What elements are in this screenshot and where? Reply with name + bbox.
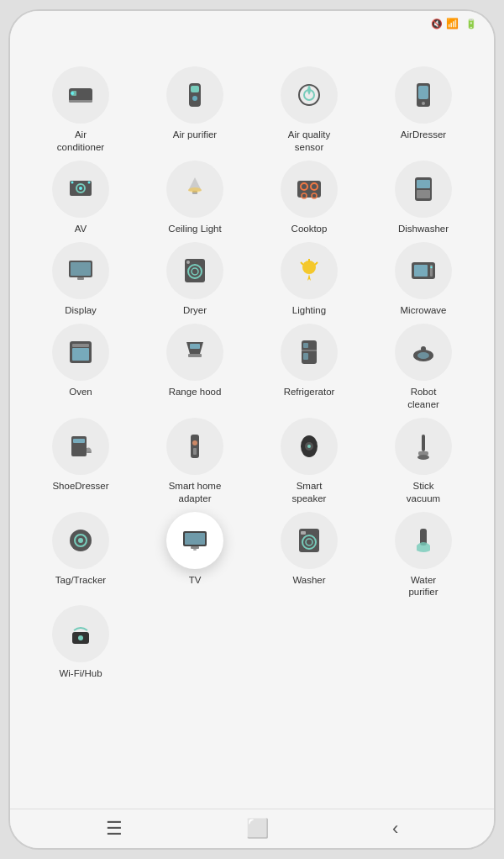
label-airdresser: AirDresser <box>401 129 446 141</box>
mute-icon: 🔇 <box>431 18 443 29</box>
item-lighting[interactable]: Lighting <box>254 242 365 317</box>
label-ceiling-light: Ceiling Light <box>168 223 221 235</box>
phone-container: 🔇 📶 🔋 Air conditionerAir purifierAir qua… <box>8 9 496 850</box>
label-smart-speaker: Smart speaker <box>292 480 327 505</box>
icon-washer <box>281 512 338 569</box>
svg-rect-29 <box>77 277 84 280</box>
item-water-purifier[interactable]: Water purifier <box>368 512 479 599</box>
svg-point-53 <box>421 346 426 351</box>
svg-rect-49 <box>303 343 308 348</box>
icon-wifi-hub <box>52 605 109 662</box>
svg-rect-56 <box>87 451 92 453</box>
svg-rect-25 <box>417 180 430 188</box>
item-tv[interactable]: TV <box>139 512 250 599</box>
svg-point-62 <box>307 445 311 448</box>
icon-air-conditioner <box>52 66 109 124</box>
icon-robot-cleaner <box>395 324 452 381</box>
item-refrigerator[interactable]: Refrigerator <box>254 324 365 411</box>
item-dryer[interactable]: Dryer <box>139 242 250 317</box>
item-smart-speaker[interactable]: Smart speaker <box>254 418 365 505</box>
svg-rect-26 <box>417 190 430 198</box>
item-display[interactable]: Display <box>25 242 136 317</box>
icon-air-purifier <box>166 66 223 124</box>
item-ceiling-light[interactable]: Ceiling Light <box>139 161 250 235</box>
icon-microwave <box>395 242 452 299</box>
label-refrigerator: Refrigerator <box>284 386 335 398</box>
label-av: AV <box>75 223 87 235</box>
nav-back-icon[interactable]: ‹ <box>392 818 398 840</box>
item-av[interactable]: AV <box>25 161 136 235</box>
svg-rect-45 <box>188 354 202 357</box>
svg-point-34 <box>302 261 316 274</box>
item-dishwasher[interactable]: Dishwasher <box>368 161 479 235</box>
label-air-quality-sensor: Air quality sensor <box>288 129 331 154</box>
item-wifi-hub[interactable]: Wi-Fi/Hub <box>25 605 136 680</box>
icon-tag-tracker <box>52 512 109 569</box>
svg-point-33 <box>186 261 190 264</box>
svg-point-14 <box>79 187 82 190</box>
nav-menu-icon[interactable]: ☰ <box>106 818 123 840</box>
icon-ceiling-light <box>166 161 223 218</box>
label-tv: TV <box>189 574 202 587</box>
svg-point-16 <box>88 181 91 183</box>
svg-rect-3 <box>69 100 92 103</box>
svg-line-37 <box>301 262 303 265</box>
icon-dishwasher <box>395 161 452 218</box>
item-air-conditioner[interactable]: Air conditioner <box>25 66 136 154</box>
icon-airdresser <box>395 66 452 124</box>
svg-line-36 <box>315 262 318 265</box>
item-stick-vacuum[interactable]: Stick vacuum <box>368 418 479 505</box>
item-shoedresser[interactable]: ShoeDresser <box>25 418 136 505</box>
svg-point-58 <box>192 440 197 445</box>
svg-point-79 <box>78 635 83 640</box>
svg-point-41 <box>430 266 432 268</box>
label-tag-tracker: Tag/Tracker <box>55 574 106 587</box>
label-washer: Washer <box>292 574 325 587</box>
icon-range-hood <box>166 324 223 381</box>
icon-stick-vacuum <box>395 418 452 475</box>
item-airdresser[interactable]: AirDresser <box>368 66 479 154</box>
nav-home-icon[interactable]: ⬜ <box>246 818 269 840</box>
item-air-quality-sensor[interactable]: Air quality sensor <box>254 66 365 154</box>
svg-rect-5 <box>191 86 199 92</box>
svg-point-52 <box>417 352 429 359</box>
icon-oven <box>52 324 109 381</box>
icon-shoedresser <box>52 418 109 475</box>
wifi-icon: 📶 <box>446 18 459 29</box>
item-washer[interactable]: Washer <box>254 512 365 599</box>
icon-av <box>52 161 109 218</box>
back-button[interactable] <box>24 41 30 48</box>
item-smart-home-adapter[interactable]: Smart home adapter <box>139 418 250 505</box>
svg-rect-63 <box>422 435 425 451</box>
device-grid: Air conditionerAir purifierAir quality s… <box>18 66 486 680</box>
label-lighting: Lighting <box>292 304 326 317</box>
svg-rect-72 <box>193 549 197 551</box>
svg-rect-39 <box>414 265 428 277</box>
icon-dryer <box>166 242 223 299</box>
battery-icon: 🔋 <box>465 18 477 29</box>
icon-cooktop <box>281 161 338 218</box>
svg-point-2 <box>71 92 74 95</box>
item-robot-cleaner[interactable]: Robot cleaner <box>368 324 479 411</box>
item-range-hood[interactable]: Range hood <box>139 324 250 411</box>
item-oven[interactable]: Oven <box>25 324 136 411</box>
item-cooktop[interactable]: Cooktop <box>254 161 365 235</box>
label-oven: Oven <box>69 386 92 398</box>
status-icons: 🔇 📶 🔋 <box>431 18 477 29</box>
device-list-scroll: Air conditionerAir purifierAir quality s… <box>10 58 494 809</box>
label-air-conditioner: Air conditioner <box>57 129 104 154</box>
svg-rect-55 <box>73 439 85 443</box>
label-shoedresser: ShoeDresser <box>52 480 108 493</box>
item-air-purifier[interactable]: Air purifier <box>139 66 250 154</box>
svg-rect-10 <box>418 86 428 99</box>
svg-point-11 <box>422 102 425 105</box>
item-microwave[interactable]: Microwave <box>368 242 479 317</box>
header <box>10 33 494 58</box>
svg-point-18 <box>188 187 202 192</box>
svg-point-68 <box>78 538 83 543</box>
icon-smart-home-adapter <box>166 418 223 475</box>
item-tag-tracker[interactable]: Tag/Tracker <box>25 512 136 599</box>
label-dryer: Dryer <box>183 304 207 317</box>
label-microwave: Microwave <box>401 304 447 317</box>
label-air-purifier: Air purifier <box>173 129 217 141</box>
